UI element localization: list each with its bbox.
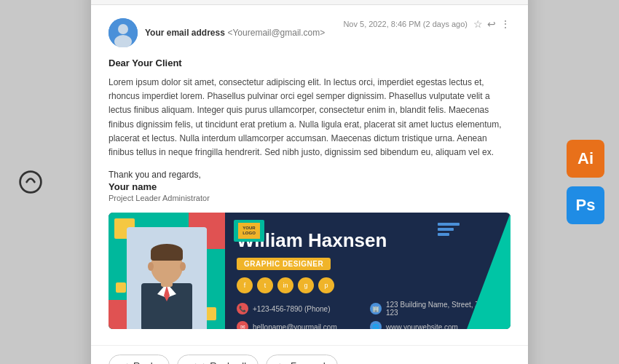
email-action-icons: ☆ ↩ ⋮	[473, 18, 510, 30]
brand-logo-icon	[15, 166, 47, 198]
svg-point-13	[180, 262, 186, 271]
action-bar: ↩ Reply ↩↩ Reply all ↪ Forward	[91, 345, 528, 364]
reply-icon[interactable]: ↩	[487, 18, 496, 30]
avatar	[109, 18, 138, 47]
email-body: Lorem ipsum dolor sit amet, consectetur …	[109, 76, 510, 159]
reply-all-button[interactable]: ↩↩ Reply all	[177, 355, 259, 364]
forward-btn-icon: ↪	[278, 360, 286, 364]
signature-right-panel: YOUR LOGO William Haxnsen GRAPHIC DESIGN…	[225, 213, 510, 329]
svg-point-12	[148, 262, 154, 271]
sig-contact-details: 📞 +123-456-7890 (Phone) 🏢 123 Building N…	[237, 301, 499, 329]
svg-point-0	[20, 172, 42, 193]
signature-photo	[127, 227, 207, 329]
sig-name-area: William Haxnsen GRAPHIC DESIGNER f t in …	[237, 222, 499, 329]
social-icon-t[interactable]: t	[257, 277, 273, 293]
reply-btn-icon: ↩	[121, 360, 129, 364]
illustrator-icon[interactable]: Ai	[567, 140, 604, 178]
sign-off: Thank you and regards,	[109, 170, 510, 180]
email-greeting: Dear Your Client	[109, 58, 510, 68]
email-meta: Nov 5, 2022, 8:46 PM (2 days ago) ☆ ↩ ⋮	[343, 18, 510, 30]
right-app-icons: Ai Ps	[567, 140, 604, 224]
sig-logo-box: YOUR LOGO	[234, 220, 264, 242]
logo-text: YOUR LOGO	[238, 223, 260, 239]
signature-card: YOUR LOGO William Haxnsen GRAPHIC DESIGN…	[109, 213, 510, 329]
email-icon: ✉	[237, 321, 248, 329]
email-window: New Message — ⤢ ✕ Your email addr	[91, 0, 528, 364]
sig-job-title: GRAPHIC DESIGNER	[237, 258, 331, 270]
social-icon-f[interactable]: f	[237, 277, 253, 293]
reply-button[interactable]: ↩ Reply	[109, 355, 170, 364]
reply-all-btn-icon: ↩↩	[189, 360, 205, 364]
forward-label: Forward	[291, 360, 326, 364]
sig-phone: 📞 +123-456-7890 (Phone)	[237, 301, 366, 317]
sig-email: ✉ helloname@yourmail.com	[237, 321, 366, 329]
sign-name: Your name	[109, 181, 510, 192]
timestamp: Nov 5, 2022, 8:46 PM (2 days ago)	[343, 20, 468, 28]
shape-yellow-mid	[116, 282, 126, 293]
deco-bars	[438, 223, 460, 236]
svg-point-2	[118, 24, 128, 34]
social-icon-p[interactable]: p	[318, 277, 334, 293]
svg-rect-11	[151, 250, 183, 261]
social-icon-g[interactable]: g	[298, 277, 314, 293]
title-bar: New Message — ⤢ ✕	[91, 0, 528, 5]
phone-icon: 📞	[237, 303, 248, 314]
sig-full-name: William Haxnsen	[237, 229, 499, 252]
email-content: Your email address <Youremail@gmail.com>…	[91, 5, 528, 345]
sign-title: Project Leader Administrator	[109, 194, 510, 202]
reply-all-label: Reply all	[210, 360, 246, 364]
sender-info: Your email address <Youremail@gmail.com>	[109, 18, 325, 47]
web-icon: 🌐	[370, 321, 382, 329]
left-sidebar	[15, 166, 47, 198]
sender-name: Your email address <Youremail@gmail.com>	[145, 27, 325, 38]
social-icon-in[interactable]: in	[277, 277, 293, 293]
signature-left-panel	[109, 213, 225, 329]
sig-social-icons: f t in g p	[237, 277, 499, 293]
reply-label: Reply	[133, 360, 157, 364]
star-icon[interactable]: ☆	[473, 18, 483, 30]
building-icon: 🏢	[370, 303, 382, 314]
forward-button[interactable]: ↪ Forward	[266, 355, 338, 364]
email-header: Your email address <Youremail@gmail.com>…	[109, 18, 510, 47]
photoshop-icon[interactable]: Ps	[567, 186, 604, 224]
more-icon[interactable]: ⋮	[500, 18, 510, 30]
